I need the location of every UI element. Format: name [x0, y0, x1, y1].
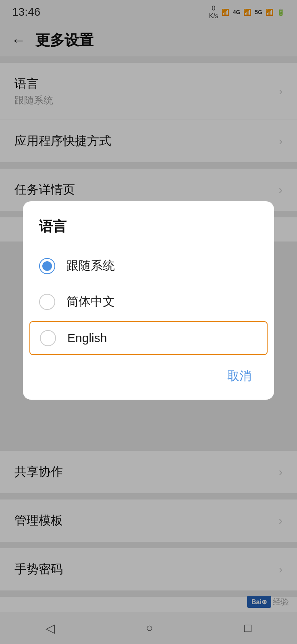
dialog-option-english[interactable]: English	[29, 321, 268, 355]
dialog-option-follow-system[interactable]: 跟随系统	[23, 248, 274, 284]
dialog-option-simplified-chinese[interactable]: 简体中文	[23, 284, 274, 320]
option-simplified-chinese-label: 简体中文	[66, 293, 115, 310]
radio-simplified-chinese[interactable]	[39, 294, 55, 310]
language-dialog: 语言 跟随系统 简体中文 English 取消	[23, 201, 274, 400]
radio-inner-follow-system	[42, 261, 52, 271]
dialog-actions: 取消	[23, 357, 274, 392]
cancel-button[interactable]: 取消	[221, 365, 258, 388]
dialog-title: 语言	[23, 217, 274, 248]
radio-follow-system[interactable]	[39, 258, 55, 274]
option-english-label: English	[67, 331, 107, 345]
radio-english[interactable]	[40, 330, 56, 346]
option-follow-system-label: 跟随系统	[66, 258, 115, 274]
